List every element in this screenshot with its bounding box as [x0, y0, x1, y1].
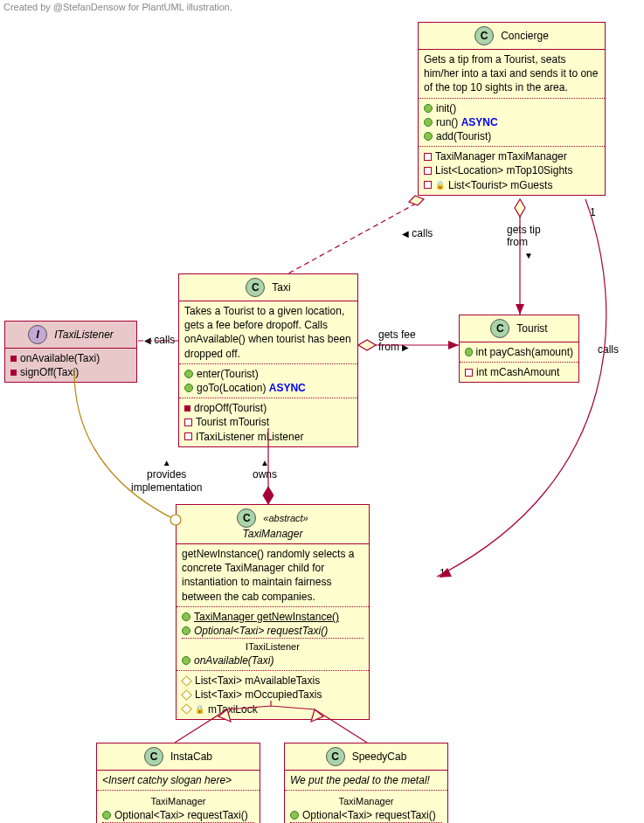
class-speedycab: C SpeedyCab We put the pedal to the meta…: [284, 743, 448, 823]
public-icon: [182, 656, 190, 665]
priv: dropOff(Tourist) Tourist mTourist ITaxiL…: [179, 398, 357, 446]
public-icon: [290, 811, 299, 820]
class-tourist: C Tourist int payCash(amount) int mCashA…: [459, 315, 579, 383]
label-one-a: 1: [590, 206, 596, 218]
class-taximanager: C «abstract» TaxiManager getNewInstance(…: [176, 504, 370, 720]
class-icon: C: [144, 747, 163, 766]
methods: enter(Tourist) goTo(Location) ASYNC: [179, 364, 357, 398]
label-calls-taxi-itl: ◀ calls: [144, 334, 175, 346]
label-one-b: 1: [440, 567, 446, 579]
method-row: init(): [424, 101, 599, 115]
field-row: 🔒List<Tourist> mGuests: [424, 178, 599, 192]
class-desc: <Insert catchy slogan here>: [97, 771, 260, 791]
method-row: goTo(Location) ASYNC: [184, 381, 352, 395]
methods: TaxiManager Optional<Taxi> requestTaxi()…: [285, 791, 447, 823]
class-header: C InstaCab: [97, 743, 260, 771]
field-row: List<Taxi> mOccupiedTaxis: [182, 688, 364, 702]
lock-icon: 🔒: [195, 704, 204, 715]
class-header: C «abstract» TaxiManager: [177, 505, 369, 544]
class-title: InstaCab: [170, 750, 212, 763]
field-row: ITaxiListener mListener: [184, 430, 352, 444]
private-icon: [424, 181, 432, 189]
protected-icon: [181, 703, 192, 715]
class-taxi: C Taxi Takes a Tourist to a given locati…: [178, 273, 358, 447]
svg-marker-1: [515, 199, 525, 217]
class-desc: Gets a tip from a Tourist, seats him/her…: [419, 50, 605, 99]
class-header: C Taxi: [179, 274, 357, 301]
label-gets-tip: gets tipfrom▼: [507, 224, 541, 261]
section-title: ITaxiListener: [182, 638, 364, 654]
fields: int mCashAmount: [460, 363, 578, 382]
methods: int payCash(amount): [460, 342, 578, 363]
methods: TaxiManager Optional<Taxi> requestTaxi()…: [97, 791, 260, 823]
svg-marker-6: [263, 487, 274, 504]
private-icon: [184, 432, 192, 440]
method-row: int payCash(amount): [465, 345, 573, 359]
class-icon: C: [474, 26, 494, 45]
private-icon: [424, 153, 432, 161]
svg-marker-0: [409, 196, 424, 205]
lock-icon: 🔒: [435, 180, 445, 190]
fields: TaxiManager mTaxiManager List<Location> …: [419, 147, 605, 195]
class-title: TaxiManager: [243, 528, 303, 540]
class-header: C Concierge: [419, 23, 605, 50]
method-row: onAvailable(Taxi): [182, 654, 364, 667]
class-desc: Takes a Tourist to a given location, get…: [179, 301, 357, 364]
methods: TaxiManager getNewInstance() Optional<Ta…: [177, 607, 369, 671]
class-header: I ITaxiListener: [5, 322, 136, 349]
private-icon: [184, 418, 192, 426]
methods: onAvailable(Taxi) signOff(Taxi): [5, 349, 136, 382]
public-icon: [465, 348, 473, 356]
public-icon: [102, 811, 111, 820]
class-header: C Tourist: [460, 315, 578, 342]
class-title: SpeedyCab: [352, 750, 407, 763]
class-title: Concierge: [501, 30, 549, 42]
class-title: Tourist: [516, 322, 547, 335]
public-icon: [184, 370, 193, 378]
fields: List<Taxi> mAvailableTaxis List<Taxi> mO…: [177, 671, 369, 719]
class-instacab: C InstaCab <Insert catchy slogan here> T…: [96, 743, 260, 823]
class-icon: C: [490, 319, 509, 338]
interface-itaxilistener: I ITaxiListener onAvailable(Taxi) signOf…: [4, 321, 137, 383]
public-icon: [182, 612, 190, 621]
class-desc: We put the pedal to the metal!: [285, 771, 447, 791]
public-icon: [182, 626, 190, 635]
field-row: dropOff(Tourist): [184, 401, 352, 415]
field-row: List<Taxi> mAvailableTaxis: [182, 674, 364, 688]
private-method-icon: [10, 370, 17, 376]
class-desc: getNewInstance() randomly selects a conc…: [177, 544, 369, 607]
field-row: TaxiManager mTaxiManager: [424, 149, 599, 163]
class-concierge: C Concierge Gets a tip from a Tourist, s…: [418, 22, 606, 196]
svg-marker-5: [448, 341, 459, 349]
field-row: int mCashAmount: [465, 365, 573, 379]
public-icon: [424, 118, 433, 127]
label-calls-concierge-taxi: ◀ calls: [402, 227, 433, 239]
method-row: Optional<Taxi> requestTaxi(): [102, 808, 254, 822]
class-title: ITaxiListener: [54, 329, 114, 341]
class-title: Taxi: [272, 281, 290, 294]
public-icon: [424, 104, 433, 113]
private-icon: [465, 369, 473, 377]
private-method-icon: [10, 356, 17, 362]
methods: init() run() ASYNC add(Tourist): [419, 99, 605, 148]
class-icon: C: [237, 508, 256, 528]
protected-icon: [181, 689, 192, 701]
method-row: TaxiManager getNewInstance(): [182, 610, 364, 624]
protected-icon: [181, 675, 192, 687]
caption: Created by @StefanDensow for PlantUML il…: [3, 2, 232, 12]
method-row: run() ASYNC: [424, 115, 599, 129]
private-method-icon: [184, 405, 190, 412]
public-icon: [424, 132, 433, 141]
method-row: enter(Tourist): [184, 367, 352, 381]
method-row: onAvailable(Taxi): [10, 351, 131, 365]
method-row: signOff(Taxi): [10, 365, 131, 379]
field-row: 🔒mTaxiLock: [182, 702, 364, 716]
label-gets-fee: gets feefrom ▶: [378, 329, 416, 354]
method-row: add(Tourist): [424, 129, 599, 143]
class-header: C SpeedyCab: [285, 743, 447, 771]
field-row: Tourist mTourist: [184, 415, 352, 429]
class-icon: C: [326, 747, 345, 766]
field-row: List<Location> mTop10Sights: [424, 163, 599, 177]
private-icon: [424, 167, 432, 175]
section-title: TaxiManager: [102, 793, 254, 808]
